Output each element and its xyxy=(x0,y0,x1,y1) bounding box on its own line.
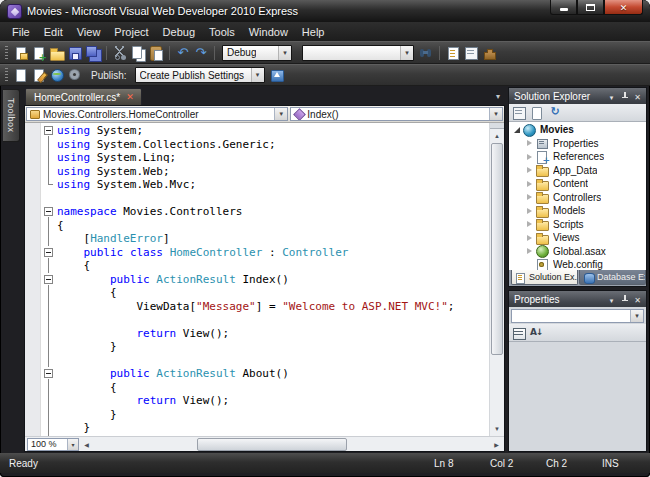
find-icon[interactable] xyxy=(418,45,434,61)
code-line[interactable]: } xyxy=(57,408,489,422)
code-line[interactable]: { xyxy=(57,259,489,273)
expander-icon[interactable] xyxy=(525,233,535,243)
code-line[interactable]: using System.Collections.Generic; xyxy=(57,138,489,152)
menu-item-project[interactable]: Project xyxy=(107,24,155,40)
edit-icon[interactable] xyxy=(31,67,47,83)
expander-icon[interactable] xyxy=(525,206,535,216)
indicator-margin[interactable] xyxy=(25,123,41,436)
tree-item-references[interactable]: References xyxy=(509,150,646,164)
editor-horizontal-scrollbar[interactable]: ◀ ▶ xyxy=(79,437,504,452)
chevron-down-icon[interactable]: ▾ xyxy=(67,439,78,450)
tree-item-web-config[interactable]: Web.config xyxy=(509,258,646,270)
editor-vertical-scrollbar[interactable]: ▲ ▼ xyxy=(489,123,504,436)
code-line[interactable]: public class HomeController : Controller xyxy=(57,246,489,260)
solution-configurations-combo[interactable]: Debug ▾ xyxy=(222,45,292,61)
code-line[interactable]: ViewData["Message"] = "Welcome to ASP.NE… xyxy=(57,300,489,314)
undo-icon[interactable] xyxy=(175,45,191,61)
categorized-icon[interactable] xyxy=(511,325,527,341)
solution-explorer-titlebar[interactable]: Solution Explorer xyxy=(509,88,646,104)
tab-solution-ex[interactable]: Solution Ex... xyxy=(511,270,578,285)
fold-toggle-icon[interactable] xyxy=(41,124,57,138)
window-position-icon[interactable] xyxy=(605,90,618,102)
menu-item-help[interactable]: Help xyxy=(295,24,332,40)
close-tab-icon[interactable]: ✕ xyxy=(126,93,134,102)
close-button[interactable] xyxy=(604,0,643,15)
fold-toggle-icon[interactable] xyxy=(41,246,57,260)
expander-icon[interactable] xyxy=(525,219,535,229)
code-line[interactable]: using System.Linq; xyxy=(57,151,489,165)
scroll-up-icon[interactable]: ▲ xyxy=(490,129,504,143)
code-line[interactable]: using System; xyxy=(57,124,489,138)
tree-item-scripts[interactable]: Scripts xyxy=(509,218,646,232)
code-line[interactable]: public ActionResult About() xyxy=(57,367,489,381)
code-area[interactable]: using System;using System.Collections.Ge… xyxy=(57,123,489,436)
code-line[interactable]: using System.Web; xyxy=(57,165,489,179)
copy-icon[interactable] xyxy=(130,45,146,61)
code-line[interactable]: return View(); xyxy=(57,394,489,408)
expander-icon[interactable] xyxy=(525,246,535,256)
chevron-down-icon[interactable]: ▾ xyxy=(274,108,287,120)
properties-window-icon[interactable] xyxy=(511,105,527,121)
solution-explorer-icon[interactable] xyxy=(445,45,461,61)
expander-icon[interactable] xyxy=(525,179,535,189)
menu-item-window[interactable]: Window xyxy=(242,24,295,40)
tree-item-controllers[interactable]: Controllers xyxy=(509,191,646,205)
properties-window-icon[interactable] xyxy=(463,45,479,61)
window-position-icon[interactable] xyxy=(605,293,618,305)
expander-icon[interactable] xyxy=(525,152,535,162)
menu-item-view[interactable]: View xyxy=(70,24,108,40)
pin-icon[interactable] xyxy=(618,90,631,102)
properties-object-combo[interactable]: ▾ xyxy=(511,309,644,323)
find-combo[interactable]: ▾ xyxy=(302,45,414,61)
globe-icon[interactable] xyxy=(49,67,65,83)
maximize-button[interactable] xyxy=(577,0,604,15)
code-line[interactable] xyxy=(57,354,489,368)
code-line[interactable]: using System.Web.Mvc; xyxy=(57,178,489,192)
fold-toggle-icon[interactable] xyxy=(41,205,57,219)
scroll-left-icon[interactable]: ◀ xyxy=(79,437,94,452)
save-icon[interactable] xyxy=(67,45,83,61)
chevron-down-icon[interactable]: ▾ xyxy=(489,108,502,120)
toolbox-tab[interactable]: Toolbox xyxy=(3,89,20,142)
code-line[interactable] xyxy=(57,192,489,206)
alphabetical-icon[interactable] xyxy=(529,325,545,341)
close-icon[interactable] xyxy=(631,90,644,102)
code-line[interactable]: return View(); xyxy=(57,327,489,341)
paste-icon[interactable] xyxy=(148,45,164,61)
minimize-button[interactable] xyxy=(550,0,577,15)
title-bar[interactable]: Movies - Microsoft Visual Web Developer … xyxy=(0,0,650,22)
active-files-chevron-icon[interactable]: ▾ xyxy=(496,92,500,101)
members-combo[interactable]: Index() ▾ xyxy=(290,107,503,121)
code-line[interactable]: } xyxy=(57,421,489,435)
new-project-icon[interactable] xyxy=(13,45,29,61)
vertical-scroll-thumb[interactable] xyxy=(491,143,503,355)
scroll-down-icon[interactable]: ▼ xyxy=(490,422,504,436)
code-line[interactable] xyxy=(57,313,489,327)
horizontal-scroll-track[interactable] xyxy=(94,437,489,452)
zoom-combo[interactable]: 100 % ▾ xyxy=(27,438,79,451)
code-line[interactable]: } xyxy=(57,340,489,354)
code-line[interactable]: { xyxy=(57,381,489,395)
code-line[interactable]: { xyxy=(57,219,489,233)
gear-icon[interactable] xyxy=(67,67,83,83)
tree-item-content[interactable]: Content xyxy=(509,177,646,191)
add-new-item-icon[interactable] xyxy=(31,45,47,61)
horizontal-scroll-thumb[interactable] xyxy=(197,438,347,451)
save-all-icon[interactable] xyxy=(85,45,101,61)
code-line[interactable]: namespace Movies.Controllers xyxy=(57,205,489,219)
types-combo[interactable]: Movies.Controllers.HomeController ▾ xyxy=(26,107,288,121)
expander-icon[interactable] xyxy=(525,165,535,175)
expander-icon[interactable] xyxy=(525,192,535,202)
tab-database-ex[interactable]: Database Ex... xyxy=(579,270,646,285)
menu-item-file[interactable]: File xyxy=(5,24,37,40)
menu-item-debug[interactable]: Debug xyxy=(156,24,202,40)
fold-toggle-icon[interactable] xyxy=(41,367,57,381)
tree-item-app-data[interactable]: App_Data xyxy=(509,164,646,178)
tree-item-models[interactable]: Models xyxy=(509,204,646,218)
document-tab-homecontroller[interactable]: HomeController.cs* ✕ xyxy=(25,88,142,105)
scroll-right-icon[interactable]: ▶ xyxy=(489,437,504,452)
refresh-icon[interactable] xyxy=(547,105,563,121)
toolbox-icon[interactable] xyxy=(481,45,497,61)
publish-icon[interactable] xyxy=(269,67,285,83)
document-icon[interactable] xyxy=(13,67,29,83)
